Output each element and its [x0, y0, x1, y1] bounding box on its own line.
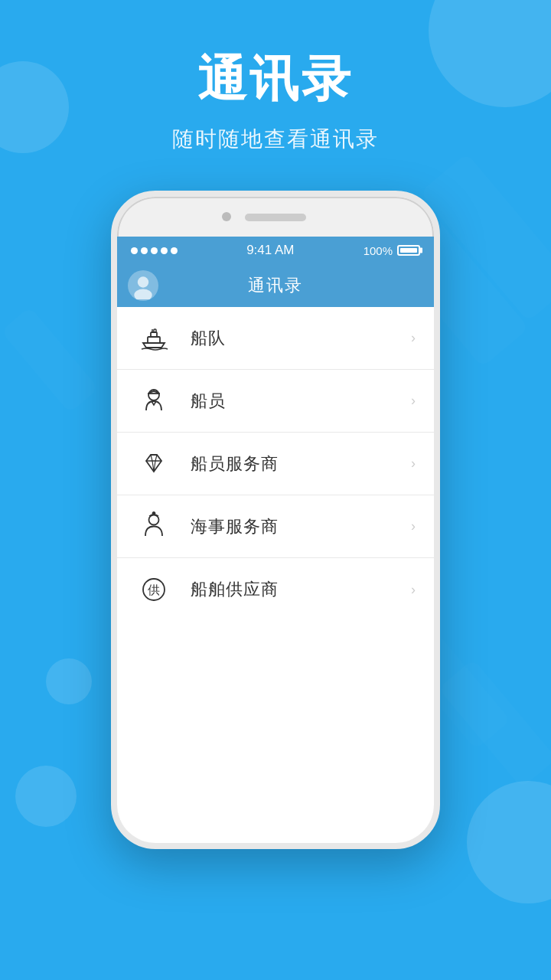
user-avatar[interactable]	[128, 270, 158, 301]
fleet-chevron: ›	[411, 330, 416, 346]
crew-chevron: ›	[411, 393, 416, 409]
svg-rect-3	[151, 332, 157, 337]
phone-screen: 9:41 AM 100% 通讯录	[117, 237, 434, 843]
navigation-bar: 通讯录	[117, 264, 434, 307]
phone-mockup: 9:41 AM 100% 通讯录	[0, 191, 551, 849]
crew-label: 船员	[191, 390, 226, 413]
status-bar: 9:41 AM 100%	[117, 237, 434, 264]
phone-body: 9:41 AM 100% 通讯录	[111, 191, 440, 849]
ship-supplier-chevron: ›	[411, 582, 416, 598]
battery-icon	[397, 245, 420, 256]
signal-indicator	[131, 247, 178, 254]
crew-service-icon-container	[135, 446, 172, 482]
maritime-service-icon-container	[135, 508, 172, 545]
battery-fill	[400, 248, 417, 253]
menu-item-ship-supplier[interactable]: 供 船舶供应商 ›	[117, 558, 434, 621]
menu-item-fleet[interactable]: 船队 ›	[117, 307, 434, 370]
signal-dot-3	[151, 247, 158, 254]
signal-dot-2	[141, 247, 148, 254]
fleet-label: 船队	[191, 327, 226, 350]
maritime-service-label: 海事服务商	[191, 515, 279, 538]
phone-speaker	[245, 214, 306, 221]
ship-supplier-icon: 供	[139, 574, 169, 605]
crew-icon	[139, 386, 169, 416]
ship-fleet-icon	[139, 323, 169, 354]
crew-service-icon	[139, 449, 169, 479]
maritime-service-icon	[139, 511, 169, 542]
menu-item-maritime-service[interactable]: 海事服务商 ›	[117, 495, 434, 558]
nav-title: 通讯录	[248, 274, 303, 297]
svg-text:供: 供	[148, 583, 160, 596]
fleet-icon-container	[135, 320, 172, 357]
crew-icon-container	[135, 383, 172, 420]
battery-section: 100%	[364, 244, 420, 257]
svg-rect-2	[148, 337, 160, 343]
svg-point-9	[153, 512, 155, 514]
signal-dot-4	[161, 247, 168, 254]
phone-camera	[222, 212, 231, 221]
svg-rect-4	[154, 329, 156, 332]
avatar-icon	[129, 272, 157, 299]
ship-supplier-icon-container: 供	[135, 571, 172, 608]
svg-point-1	[134, 289, 152, 300]
status-time: 9:41 AM	[246, 243, 294, 258]
menu-item-crew[interactable]: 船员 ›	[117, 370, 434, 433]
header-section: 通讯录 随时随地查看通讯录	[0, 0, 551, 154]
ship-supplier-label: 船舶供应商	[191, 578, 279, 601]
svg-point-0	[138, 276, 148, 287]
crew-service-chevron: ›	[411, 456, 416, 472]
battery-percent: 100%	[364, 244, 393, 257]
menu-list: 船队 ›	[117, 307, 434, 621]
menu-item-crew-service[interactable]: 船员服务商 ›	[117, 433, 434, 495]
svg-point-8	[149, 514, 159, 524]
signal-dot-5	[171, 247, 178, 254]
maritime-service-chevron: ›	[411, 518, 416, 534]
header-subtitle: 随时随地查看通讯录	[0, 125, 551, 154]
signal-dot-1	[131, 247, 138, 254]
header-title: 通讯录	[0, 46, 551, 113]
crew-service-label: 船员服务商	[191, 452, 279, 475]
